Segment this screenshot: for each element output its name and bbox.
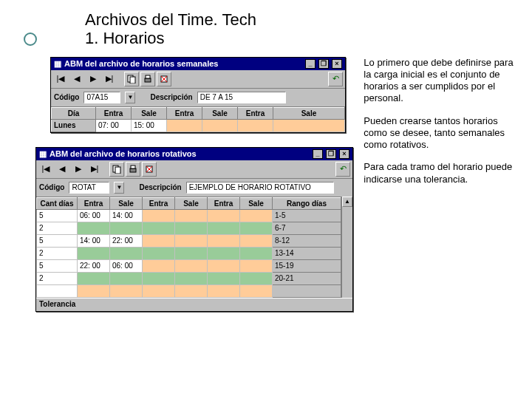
cell-rango[interactable]: 15-19 (273, 259, 341, 272)
cell-cant[interactable]: 5 (37, 259, 78, 272)
cell-rango[interactable]: 8-12 (273, 234, 341, 247)
cell-entra2[interactable] (143, 222, 175, 234)
restore-button[interactable]: ❐ (318, 59, 329, 69)
cell-sale1[interactable]: 06: 00 (110, 259, 143, 272)
cell-entra3[interactable] (208, 284, 240, 297)
cell-entra2[interactable] (143, 247, 175, 259)
cell-sale1[interactable] (110, 284, 143, 297)
cell-rango[interactable]: 6-7 (273, 222, 341, 234)
cell-sale2[interactable] (175, 284, 208, 297)
cell-sale3[interactable] (240, 247, 273, 259)
titlebar-semanal[interactable]: ▦ ABM del archivo de horarios semanales … (51, 58, 345, 70)
cell-entra2[interactable] (143, 209, 175, 222)
codigo-dropdown-icon[interactable]: ▼ (114, 182, 124, 194)
minimize-button[interactable]: _ (305, 59, 316, 69)
descripcion-input[interactable]: EJEMPLO DE HORARIO ROTATIVO (186, 182, 334, 194)
cell-entra2[interactable] (143, 284, 175, 297)
cell-cant[interactable]: 2 (37, 222, 78, 234)
codigo-input[interactable]: ROTAT (69, 182, 109, 194)
exit-icon[interactable]: ↶ (328, 72, 343, 86)
cell-entra3[interactable] (208, 209, 240, 222)
close-button[interactable]: × (339, 149, 349, 159)
delete-icon[interactable] (142, 162, 157, 177)
cell-sale2[interactable] (175, 259, 208, 272)
cell-entra2[interactable] (143, 234, 175, 247)
cell-entra3[interactable] (238, 119, 273, 132)
cell-sale3[interactable] (273, 119, 345, 132)
exit-icon[interactable]: ↶ (335, 162, 350, 177)
grid-row[interactable]: 522: 0006: 0015-19 (37, 259, 341, 272)
copy-icon[interactable] (124, 72, 139, 86)
nav-next-icon[interactable]: ▶ (71, 162, 86, 177)
grid-row[interactable]: 26-7 (37, 222, 341, 234)
cell-cant[interactable] (37, 284, 78, 297)
cell-sale1[interactable] (110, 222, 143, 234)
cell-entra2[interactable] (143, 259, 175, 272)
restore-button[interactable]: ❐ (326, 149, 336, 159)
cell-sale3[interactable] (240, 234, 273, 247)
cell-cant[interactable]: 2 (37, 272, 78, 284)
copy-icon[interactable] (109, 162, 124, 177)
cell-sale3[interactable] (240, 259, 273, 272)
scrollbar-vertical[interactable]: ▲ (341, 197, 352, 298)
nav-first-icon[interactable]: |◀ (53, 72, 68, 86)
cell-sale2[interactable] (175, 234, 208, 247)
cell-entra3[interactable] (208, 272, 240, 284)
cell-sale1[interactable]: 14: 00 (110, 209, 143, 222)
cell-entra1[interactable] (78, 247, 110, 259)
print-icon[interactable] (126, 162, 140, 177)
print-icon[interactable] (140, 72, 155, 86)
cell-sale2[interactable] (175, 272, 208, 284)
cell-entra1[interactable]: 07: 00 (96, 119, 132, 132)
cell-sale3[interactable] (240, 284, 273, 297)
nav-first-icon[interactable]: |◀ (38, 162, 53, 177)
cell-rango[interactable]: 1-5 (273, 209, 341, 222)
cell-rango[interactable]: 13-14 (273, 247, 341, 259)
cell-sale2[interactable] (175, 247, 208, 259)
grid-row[interactable]: 213-14 (37, 247, 341, 259)
cell-cant[interactable]: 5 (37, 234, 78, 247)
cell-sale1[interactable]: 22: 00 (110, 234, 143, 247)
cell-cant[interactable]: 5 (37, 209, 78, 222)
cell-entra2[interactable] (143, 272, 175, 284)
cell-entra1[interactable]: 06: 00 (78, 209, 110, 222)
cell-sale3[interactable] (240, 272, 273, 284)
cell-rango[interactable] (273, 284, 341, 297)
descripcion-input[interactable]: DE 7 A 15 (197, 92, 286, 103)
cell-entra1[interactable] (78, 272, 110, 284)
grid-row[interactable]: 514: 0022: 008-12 (37, 234, 341, 247)
delete-icon[interactable] (157, 72, 171, 86)
cell-entra3[interactable] (208, 222, 240, 234)
close-button[interactable]: × (332, 59, 342, 69)
cell-entra3[interactable] (208, 234, 240, 247)
minimize-button[interactable]: _ (313, 149, 323, 159)
cell-entra1[interactable] (78, 284, 110, 297)
grid-row[interactable]: 506: 0014: 001-5 (37, 209, 341, 222)
grid-row[interactable]: 220-21 (37, 272, 341, 284)
cell-entra1[interactable]: 22: 00 (78, 259, 110, 272)
nav-last-icon[interactable]: ▶| (87, 162, 102, 177)
nav-prev-icon[interactable]: ◀ (55, 162, 69, 177)
cell-sale1[interactable]: 15: 00 (132, 119, 167, 132)
cell-sale3[interactable] (240, 222, 273, 234)
codigo-input[interactable]: 07A15 (83, 92, 120, 103)
nav-next-icon[interactable]: ▶ (86, 72, 100, 86)
codigo-dropdown-icon[interactable]: ▼ (125, 92, 135, 103)
cell-sale2[interactable] (175, 209, 208, 222)
cell-entra1[interactable]: 14: 00 (78, 234, 110, 247)
cell-sale1[interactable] (110, 247, 143, 259)
nav-prev-icon[interactable]: ◀ (69, 72, 84, 86)
cell-entra1[interactable] (78, 222, 110, 234)
cell-sale1[interactable] (110, 272, 143, 284)
cell-sale3[interactable] (240, 209, 273, 222)
cell-rango[interactable]: 20-21 (273, 272, 341, 284)
cell-sale2[interactable] (175, 222, 208, 234)
nav-last-icon[interactable]: ▶| (102, 72, 117, 86)
cell-sale2[interactable] (202, 119, 238, 132)
cell-entra3[interactable] (208, 247, 240, 259)
cell-entra3[interactable] (208, 259, 240, 272)
cell-cant[interactable]: 2 (37, 247, 78, 259)
cell-entra2[interactable] (167, 119, 202, 132)
scroll-up-icon[interactable]: ▲ (342, 197, 352, 207)
grid-row[interactable] (37, 284, 341, 297)
